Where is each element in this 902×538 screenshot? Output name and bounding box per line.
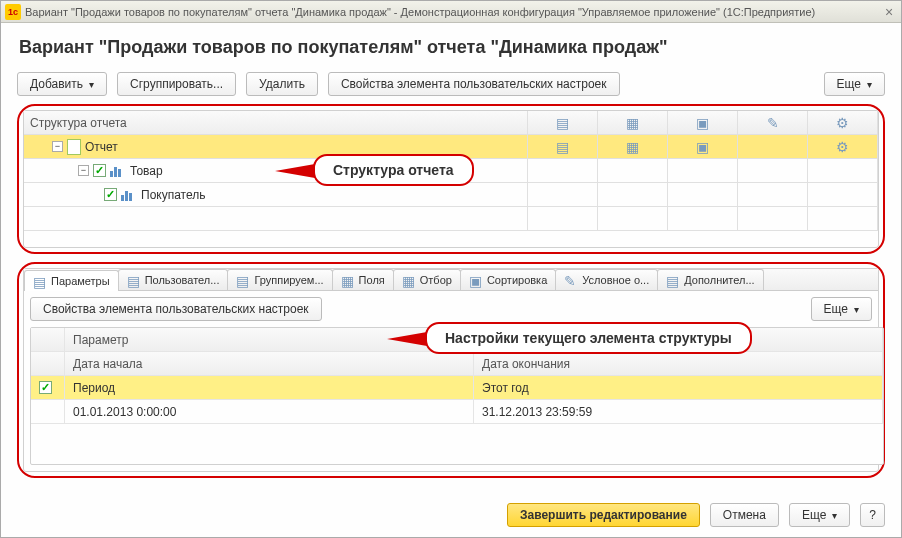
table-icon: ▦	[626, 115, 639, 131]
more-button-2[interactable]: Еще ▾	[811, 297, 872, 321]
conditional-icon: ✎	[564, 273, 578, 287]
col-icon-4[interactable]: ✎	[738, 111, 808, 134]
logo-1c-icon: 1c	[5, 4, 21, 20]
gear-icon: ⚙	[836, 115, 849, 131]
tree-row-label: Отчет	[85, 140, 118, 154]
filter-icon: ▦	[402, 273, 416, 287]
callout-arrow	[275, 164, 315, 178]
tab-label: Сортировка	[487, 274, 547, 286]
add-button[interactable]: Добавить ▾	[17, 72, 107, 96]
param-row-dates[interactable]: 01.01.2013 0:00:00 31.12.2013 23:59:59	[31, 400, 883, 424]
tree-row-label: Покупатель	[141, 188, 205, 202]
callout-structure: Структура отчета	[313, 154, 474, 186]
user-settings-properties-button-2[interactable]: Свойства элемента пользовательских настр…	[30, 297, 322, 321]
tab-filter[interactable]: ▦Отбор	[393, 269, 461, 290]
col-icon-3[interactable]: ▣	[668, 111, 738, 134]
more-button-label: Еще	[837, 77, 861, 91]
tab-label: Отбор	[420, 274, 452, 286]
delete-button[interactable]: Удалить	[246, 72, 318, 96]
user-settings-properties-button[interactable]: Свойства элемента пользовательских настр…	[328, 72, 620, 96]
close-icon[interactable]: ×	[881, 4, 897, 20]
callout-arrow	[387, 332, 427, 346]
checkbox-checked-icon[interactable]: ✓	[93, 164, 106, 177]
checkbox-checked-icon[interactable]: ✓	[39, 381, 52, 394]
callout-label: Настройки текущего элемента структуры	[445, 330, 732, 346]
book-icon: ▣	[696, 139, 709, 155]
tree-row-label: Товар	[130, 164, 163, 178]
tab-user[interactable]: ▤Пользовател...	[118, 269, 229, 290]
list-icon: ▤	[556, 115, 569, 131]
more-button-footer[interactable]: Еще ▾	[789, 503, 850, 527]
settings-tabbar: ▤Параметры ▤Пользовател... ▤Группируем..…	[24, 269, 878, 291]
table-icon: ▦	[626, 139, 639, 155]
params-header-row-2: Дата начала Дата окончания	[31, 352, 883, 376]
add-button-label: Добавить	[30, 77, 83, 91]
tab-label: Группируем...	[254, 274, 323, 286]
more-button-label: Еще	[802, 508, 826, 522]
col-icon-5[interactable]: ⚙	[808, 111, 878, 134]
fields-icon: ▦	[341, 273, 355, 287]
sort-icon: ▣	[469, 273, 483, 287]
page-title: Вариант "Продажи товаров по покупателям"…	[19, 37, 885, 58]
content: Вариант "Продажи товаров по покупателям"…	[1, 23, 901, 497]
help-button[interactable]: ?	[860, 503, 885, 527]
structure-header-label: Структура отчета	[24, 111, 528, 134]
more-button-label: Еще	[824, 302, 848, 316]
more-button[interactable]: Еще ▾	[824, 72, 885, 96]
window-title: Вариант "Продажи товаров по покупателям"…	[25, 6, 815, 18]
finish-editing-button[interactable]: Завершить редактирование	[507, 503, 700, 527]
tab-additional[interactable]: ▤Дополнител...	[657, 269, 763, 290]
param-value: Этот год	[474, 376, 883, 399]
structure-highlight: Структура отчета ▤ ▦ ▣ ✎ ⚙ − Отчет ▤ ▦ ▣	[17, 104, 885, 254]
param-name: Период	[65, 376, 474, 399]
tab-fields[interactable]: ▦Поля	[332, 269, 394, 290]
chevron-down-icon: ▾	[832, 510, 837, 521]
tree-row-customer[interactable]: ✓ Покупатель	[24, 183, 878, 207]
structure-tree-header: Структура отчета ▤ ▦ ▣ ✎ ⚙	[24, 111, 878, 135]
list-icon: ▤	[33, 274, 47, 288]
col-end-date: Дата окончания	[474, 352, 883, 375]
gear-icon: ⚙	[836, 139, 849, 155]
chevron-down-icon: ▾	[854, 304, 859, 315]
col-start-date: Дата начала	[65, 352, 474, 375]
tab-sort[interactable]: ▣Сортировка	[460, 269, 556, 290]
document-icon	[67, 139, 81, 155]
col-icon-2[interactable]: ▦	[598, 111, 668, 134]
group-icon	[110, 165, 126, 177]
expand-toggle[interactable]: −	[52, 141, 63, 152]
tab-groupable[interactable]: ▤Группируем...	[227, 269, 332, 290]
tab-parameters[interactable]: ▤Параметры	[24, 270, 119, 291]
callout-label: Структура отчета	[333, 162, 454, 178]
additional-icon: ▤	[666, 273, 680, 287]
app-window: 1c Вариант "Продажи товаров по покупател…	[0, 0, 902, 538]
toolbar-main: Добавить ▾ Сгруппировать... Удалить Свой…	[17, 72, 885, 96]
params-table: Параметр Дата начала Дата окончания ✓ Пе…	[30, 327, 884, 465]
titlebar: 1c Вариант "Продажи товаров по покупател…	[1, 1, 901, 23]
callout-settings: Настройки текущего элемента структуры	[425, 322, 752, 354]
param-row-period[interactable]: ✓ Период Этот год	[31, 376, 883, 400]
tab-conditional[interactable]: ✎Условное о...	[555, 269, 658, 290]
expand-toggle[interactable]: −	[78, 165, 89, 176]
chevron-down-icon: ▾	[867, 79, 872, 90]
group-icon: ▤	[236, 273, 250, 287]
settings-panel: ▤Параметры ▤Пользовател... ▤Группируем..…	[23, 268, 879, 472]
checkbox-checked-icon[interactable]: ✓	[104, 188, 117, 201]
group-icon	[121, 189, 137, 201]
param-start-value: 01.01.2013 0:00:00	[65, 400, 474, 423]
group-button[interactable]: Сгруппировать...	[117, 72, 236, 96]
chevron-down-icon: ▾	[89, 79, 94, 90]
tree-empty-row	[24, 207, 878, 231]
tab-label: Параметры	[51, 275, 110, 287]
tab-label: Дополнител...	[684, 274, 754, 286]
edit-icon: ✎	[767, 115, 779, 131]
book-icon: ▣	[696, 115, 709, 131]
tab-label: Условное о...	[582, 274, 649, 286]
col-icon-1[interactable]: ▤	[528, 111, 598, 134]
footer-toolbar: Завершить редактирование Отмена Еще ▾ ?	[1, 497, 901, 537]
tab-label: Пользовател...	[145, 274, 220, 286]
param-end-value: 31.12.2013 23:59:59	[474, 400, 883, 423]
settings-highlight: ▤Параметры ▤Пользовател... ▤Группируем..…	[17, 262, 885, 478]
tab-label: Поля	[359, 274, 385, 286]
list-icon: ▤	[556, 139, 569, 155]
cancel-button[interactable]: Отмена	[710, 503, 779, 527]
